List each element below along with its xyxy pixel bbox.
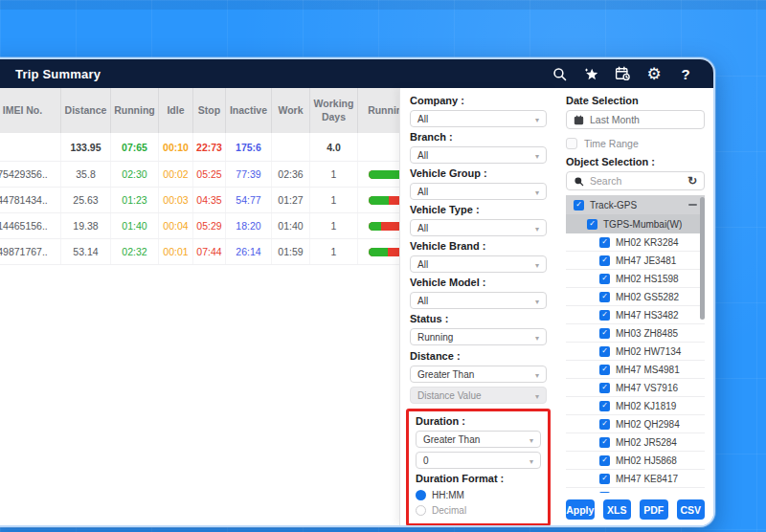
vehicle-label: MH02 WS4981 (616, 492, 681, 494)
filter-fields: Company :AllBranch :AllVehicle Group :Al… (410, 94, 547, 349)
vehicle-item-mh02-kr3284[interactable]: MH02 KR3284 (566, 233, 705, 252)
calendar-icon (574, 115, 584, 125)
xls-button[interactable]: XLS (603, 499, 632, 520)
company-select[interactable]: All (410, 110, 547, 127)
duration-label: Duration : (416, 415, 541, 428)
refresh-icon[interactable] (687, 174, 697, 188)
selected-value: Running (417, 332, 453, 343)
checkbox-checked[interactable] (599, 455, 610, 466)
object-tree: Track-GPS TGPS-Mumbai(W) MH02 KR3284MH47… (566, 195, 705, 493)
distance-value-placeholder: Distance Value (417, 390, 482, 401)
running-vs-stop-bar (369, 170, 400, 179)
vehicle-item-mh47-ms4981[interactable]: MH47 MS4981 (566, 361, 705, 379)
filter-field-company: Company :All (410, 95, 547, 127)
vehicle-brand-select[interactable]: All (410, 255, 547, 273)
favorites-star-icon[interactable] (582, 65, 599, 82)
action-buttons-row: ApplyXLSPDFCSV (566, 497, 705, 521)
chevron-down-icon (535, 296, 539, 306)
pdf-button[interactable]: PDF (640, 499, 668, 520)
checkbox-checked[interactable] (599, 237, 610, 248)
duration-value-select[interactable]: 0 (416, 452, 541, 469)
vehicle-type-select[interactable]: All (410, 219, 547, 236)
vehicle-item-mh02-hw7134[interactable]: MH02 HW7134 (566, 343, 705, 361)
column-header-stop: Stop (193, 88, 226, 133)
checkbox-checked[interactable] (599, 328, 610, 339)
trip-summary-window: Trip Summary (0, 57, 715, 527)
duration-operator-select[interactable]: Greater Than (416, 431, 541, 448)
checkbox-checked[interactable] (599, 419, 610, 430)
cell-imei: 14465156.. (0, 213, 61, 238)
running-vs-stop-bar (369, 196, 400, 205)
checkbox-checked[interactable] (599, 401, 610, 411)
radio-selected[interactable] (416, 490, 426, 500)
vehicle-item-mh02-kj1819[interactable]: MH02 KJ1819 (566, 397, 705, 415)
status-select[interactable]: Running (410, 328, 547, 345)
vehicle-item-mh47-je3481[interactable]: MH47 JE3481 (566, 252, 705, 270)
chevron-down-icon (535, 187, 539, 197)
schedule-calendar-icon[interactable] (614, 65, 631, 82)
titlebar: Trip Summary (0, 59, 713, 88)
cell-working_days: 1 (310, 162, 358, 187)
checkbox-checked[interactable] (599, 365, 610, 375)
chevron-down-icon (535, 369, 539, 380)
window-content: IMEI No.DistanceRunningIdleStopInactiveW… (0, 88, 713, 525)
checkbox-checked[interactable] (599, 310, 610, 321)
object-search-input[interactable]: Search (566, 171, 705, 190)
checkbox-checked[interactable] (599, 474, 610, 484)
distance-value-select[interactable]: Distance Value (410, 387, 547, 404)
cell-running: 01:23 (111, 188, 159, 212)
table-header-row: IMEI No.DistanceRunningIdleStopInactiveW… (0, 88, 399, 133)
vehicle-item-mh02-ws4981[interactable]: MH02 WS4981 (566, 488, 705, 493)
vehicle-item-mh02-jr5284[interactable]: MH02 JR5284 (566, 433, 705, 452)
csv-button[interactable]: CSV (677, 499, 706, 520)
checkbox-checked[interactable] (599, 383, 610, 393)
vehicle-model-select[interactable]: All (410, 292, 547, 309)
cell-running: 01:40 (111, 213, 159, 238)
settings-gear-icon[interactable] (645, 65, 663, 82)
branch-select[interactable]: All (410, 146, 547, 164)
checkbox-checked[interactable] (599, 492, 610, 494)
vehicle-item-mh02-hj5868[interactable]: MH02 HJ5868 (566, 452, 705, 470)
checkbox-checked[interactable] (599, 346, 610, 357)
date-range-input[interactable]: Last Month (566, 110, 705, 129)
radio-unselected[interactable] (416, 505, 426, 516)
radio-option-decimal[interactable]: Decimal (416, 503, 541, 517)
help-icon[interactable] (677, 65, 694, 82)
chevron-down-icon (529, 455, 533, 466)
cell-working_days: 1 (310, 188, 358, 212)
apply-button[interactable]: Apply (566, 499, 595, 520)
filter-label-vehicle-type: Vehicle Type : (410, 204, 547, 216)
vehicle-item-mh47-ke8417[interactable]: MH47 KE8417 (566, 470, 705, 488)
vehicle-item-mh03-zh8485[interactable]: MH03 ZH8485 (566, 324, 705, 343)
radio-option-hh-mm[interactable]: HH:MM (416, 488, 541, 501)
checkbox-checked[interactable] (599, 255, 610, 266)
checkbox-checked[interactable] (574, 200, 584, 211)
collapse-minus-icon[interactable] (688, 204, 697, 206)
cell-working_days: 4.0 (310, 133, 358, 161)
distance-operator-select[interactable]: Greater Than (410, 366, 547, 383)
search-icon[interactable] (551, 65, 568, 82)
checkbox-checked[interactable] (599, 437, 610, 448)
selected-value: All (417, 187, 428, 197)
cell-work (272, 133, 310, 161)
checkbox-checked[interactable] (599, 292, 610, 302)
vehicle-item-mh02-hs1598[interactable]: MH02 HS1598 (566, 270, 705, 288)
time-range-checkbox[interactable] (566, 138, 577, 149)
vehicle-item-mh02-qh2984[interactable]: MH02 QH2984 (566, 415, 705, 433)
vehicle-item-mh47-hs3482[interactable]: MH47 HS3482 (566, 306, 705, 324)
checkbox-checked[interactable] (587, 219, 597, 230)
chevron-down-icon (535, 259, 539, 270)
duration-format-options: HH:MMDecimal (416, 488, 541, 517)
vehicle-item-mh47-vs7916[interactable]: MH47 VS7916 (566, 379, 705, 397)
time-range-toggle[interactable]: Time Range (566, 138, 705, 149)
vehicle-item-mh02-gs5282[interactable]: MH02 GS5282 (566, 288, 705, 306)
vehicle-group-select[interactable]: All (410, 183, 547, 200)
tree-scrollbar-thumb[interactable] (700, 197, 705, 320)
cell-idle: 00:01 (159, 239, 193, 264)
tree-root-track-gps[interactable]: Track-GPS (566, 195, 705, 214)
vehicle-label: MH47 JE3481 (616, 255, 676, 266)
filter-field-branch: Branch :All (410, 131, 547, 164)
tree-group-tgps-mumbai[interactable]: TGPS-Mumbai(W) (566, 214, 705, 233)
selected-value: All (417, 259, 428, 270)
checkbox-checked[interactable] (599, 274, 610, 284)
